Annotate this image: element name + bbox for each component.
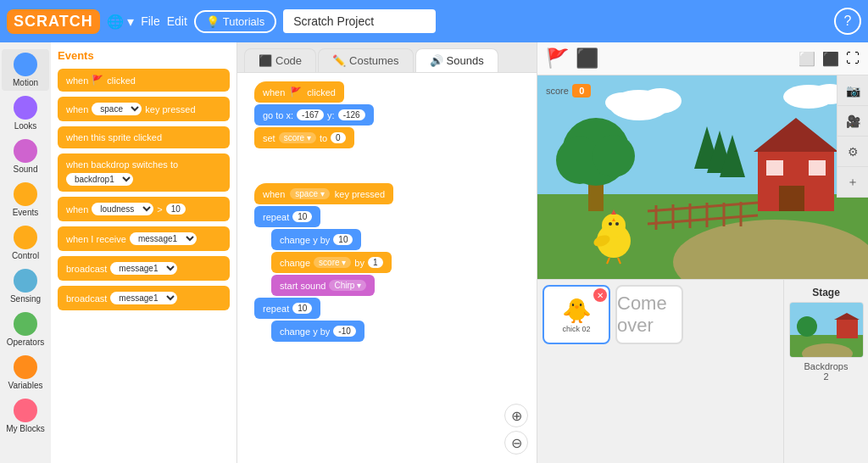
go-to-block[interactable]: go to x: -167 y: -126 — [254, 104, 374, 126]
zoom-controls: ⊕ ⊖ — [504, 404, 528, 455]
when-space-block[interactable]: when space ▾ key pressed — [254, 183, 393, 204]
block-when-key[interactable]: when space key pressed — [58, 97, 230, 121]
events-label: Events — [13, 208, 39, 217]
chick-thumb-icon: 🐥 — [562, 297, 592, 325]
broadcast2-dropdown[interactable]: message1 — [110, 292, 177, 304]
control-color — [14, 226, 37, 249]
sounds-icon: 🔊 — [430, 54, 443, 67]
set-score-block[interactable]: set score ▾ to 0 — [254, 127, 354, 148]
change-y-10-block[interactable]: change y by 10 — [271, 229, 361, 250]
tutorials-button[interactable]: 💡 Tutorials — [194, 10, 276, 33]
svg-point-41 — [797, 316, 817, 337]
chick-thumb-label: chick 02 — [562, 325, 590, 333]
svg-rect-39 — [837, 320, 858, 338]
sound-color — [14, 139, 37, 163]
when-flag-block[interactable]: when 🚩 clicked — [254, 81, 344, 103]
add-tool-button[interactable]: ＋ — [837, 167, 868, 198]
svg-point-31 — [609, 222, 612, 226]
zoom-in-button[interactable]: ⊕ — [504, 404, 528, 427]
tab-sounds[interactable]: 🔊 Sounds — [415, 48, 498, 72]
start-sound-block[interactable]: start sound Chirp ▾ — [271, 275, 375, 296]
sidebar-item-myblocks[interactable]: My Blocks — [2, 395, 49, 437]
sprite-thumb-chick[interactable]: ✕ 🐥 chick 02 — [542, 285, 610, 344]
farm-scene: score 0 — [537, 75, 868, 279]
block-when-backdrop[interactable]: when backdrop switches to backdrop1 — [58, 153, 230, 192]
repeat-10b-block[interactable]: repeat 10 — [254, 298, 320, 319]
stage-mini-svg — [790, 303, 864, 358]
svg-rect-13 — [766, 160, 783, 176]
edit-menu-button[interactable]: Edit — [167, 14, 187, 28]
help-button[interactable]: ? — [834, 8, 861, 35]
repeat-10-block[interactable]: repeat 10 — [254, 206, 320, 227]
stage-thumb-area: Stage Backdrops 2 — [783, 280, 868, 463]
stage-large-button[interactable]: ⬛ — [822, 51, 839, 67]
sidebar-item-operators[interactable]: Operators — [2, 309, 49, 350]
sidebar-item-looks[interactable]: Looks — [2, 92, 49, 134]
costumes-icon: ✏️ — [332, 54, 346, 67]
project-title-input[interactable] — [283, 9, 436, 33]
change-score-block[interactable]: change score ▾ by 1 — [271, 252, 392, 273]
sidebar-item-sound[interactable]: Sound — [2, 136, 49, 177]
sidebar-item-events[interactable]: Events — [2, 179, 49, 220]
code-icon: ⬛ — [259, 54, 272, 67]
sidebar-item-motion[interactable]: Motion — [2, 49, 49, 91]
side-tools: 📷 🎥 ⚙ ＋ — [837, 75, 868, 198]
block-when-flag[interactable]: when 🚩 clicked — [58, 69, 230, 92]
right-panel: 🚩 ⬛ ⬜ ⬛ ⛶ score 0 — [537, 42, 868, 463]
stop-button[interactable]: ⬛ — [576, 47, 598, 70]
sidebar-item-sensing[interactable]: Sensing — [2, 265, 49, 307]
myblocks-label: My Blocks — [6, 424, 45, 433]
sprite-strip: ✕ 🐥 chick 02 Come over — [537, 280, 783, 463]
tab-costumes[interactable]: ✏️ Costumes — [318, 48, 414, 72]
sprite-delete-chick[interactable]: ✕ — [593, 288, 607, 302]
block-broadcast[interactable]: broadcast message1 — [58, 256, 230, 281]
sprite-thumb-ghost[interactable]: Come over — [615, 285, 683, 344]
bottom-strip: ✕ 🐥 chick 02 Come over Stage — [537, 279, 868, 463]
sound-label: Sound — [14, 165, 38, 174]
block-when-receive[interactable]: when I receive message1 — [58, 226, 230, 251]
script-stack-1: when 🚩 clicked go to x: -167 y: -126 set… — [254, 81, 374, 148]
svg-rect-14 — [809, 160, 826, 176]
stage-area: score 0 — [537, 75, 868, 279]
blocks-panel-title: Events — [58, 49, 230, 62]
tab-code[interactable]: ⬛ Code — [244, 48, 316, 72]
script-area: ⬛ Code ✏️ Costumes 🔊 Sounds when 🚩 click… — [237, 42, 537, 463]
stage-small-button[interactable]: ⬜ — [798, 51, 815, 67]
loudness-dropdown[interactable]: loudness — [92, 203, 153, 215]
sensing-label: Sensing — [10, 294, 41, 304]
events-color — [14, 182, 37, 206]
file-menu-button[interactable]: File — [141, 14, 160, 28]
photo-tool-button[interactable]: 📷 — [837, 75, 868, 106]
stage-mini-thumbnail[interactable] — [789, 302, 864, 358]
sidebar-item-control[interactable]: Control — [2, 222, 49, 264]
globe-button[interactable]: 🌐 ▾ — [107, 14, 134, 30]
block-when-sprite[interactable]: when this sprite clicked — [58, 126, 230, 148]
sidebar-item-variables[interactable]: Variables — [2, 352, 49, 393]
variables-color — [14, 355, 37, 379]
sensing-color — [14, 269, 37, 293]
zoom-out-button[interactable]: ⊖ — [504, 431, 528, 455]
myblocks-color — [14, 399, 37, 422]
motion-label: Motion — [13, 78, 38, 87]
change-y-neg10-block[interactable]: change y by -10 — [271, 321, 364, 342]
stage-controls: 🚩 ⬛ ⬜ ⬛ ⛶ — [537, 42, 868, 75]
receive-dropdown[interactable]: message1 — [130, 232, 197, 245]
block-when-loudness[interactable]: when loudness > 10 — [58, 197, 230, 221]
svg-point-32 — [615, 222, 619, 226]
svg-point-29 — [602, 214, 626, 237]
scratch-logo: SCRATCH — [7, 9, 100, 34]
topbar: SCRATCH 🌐 ▾ File Edit 💡 Tutorials ? — [0, 0, 868, 42]
fullscreen-button[interactable]: ⛶ — [846, 51, 860, 66]
svg-rect-12 — [779, 186, 804, 211]
backdrops-count: 2 — [823, 371, 828, 382]
settings-tool-button[interactable]: ⚙ — [837, 137, 868, 167]
key-dropdown[interactable]: space — [92, 103, 142, 115]
canvas-area[interactable]: when 🚩 clicked go to x: -167 y: -126 set… — [237, 73, 537, 463]
looks-color — [14, 96, 37, 120]
block-broadcast2[interactable]: broadcast message1 — [58, 286, 230, 310]
broadcast-dropdown[interactable]: message1 — [110, 262, 177, 275]
stage-label: Stage — [812, 287, 840, 298]
green-flag-button[interactable]: 🚩 — [546, 47, 569, 70]
video-tool-button[interactable]: 🎥 — [837, 106, 868, 137]
backdrop-dropdown[interactable]: backdrop1 — [66, 173, 133, 186]
